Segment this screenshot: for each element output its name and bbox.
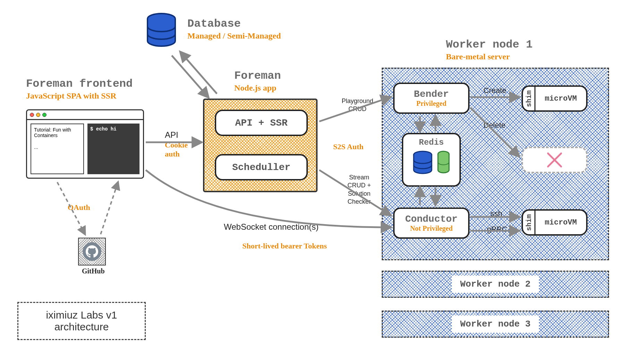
bender-box: Bender Privileged [393,83,470,114]
microvm-2-label: microVM [535,211,586,234]
redis-cylinder-icon [437,151,450,176]
redis-db-icon [412,151,433,176]
create-label: Create [483,86,506,95]
database-title: Database [187,17,241,30]
stream-crud-label: Stream CRUD + Solution Checker [342,173,377,206]
websocket-auth-label: Short-lived bearer Tokens [236,241,333,251]
foreman-scheduler-label: Scheduller [232,162,290,173]
worker1-subtitle: Bare-metal server [446,52,510,61]
playground-crud-label: Playground CRUD [337,97,378,113]
s2s-auth-label: S2S Auth [333,142,363,151]
ssh-label: ssh [490,209,502,218]
database-subtitle: Managed / Semi-Managed [187,31,281,41]
microvm-1: shim microVM [522,85,588,112]
maximize-dot-icon [42,113,47,117]
terminal-pane: $ echo hi [87,124,140,174]
minimize-dot-icon [36,113,40,117]
worker2-label: Worker node 2 [452,276,539,293]
api-auth-label: Cookie auth [165,141,200,159]
frontend-subtitle: JavaScript SPA with SSR [26,91,116,101]
svg-line-9 [101,182,118,234]
foreman-box: API + SSR Scheduller [203,99,318,192]
deleted-microvm [522,147,588,173]
github-box [78,238,106,265]
browser-window: Tutorial: Fun with Containers ... $ echo… [26,109,144,179]
grpc-label: gRPC [487,225,507,234]
worker1-title: Worker node 1 [446,38,533,51]
tutorial-title: Tutorial: Fun with Containers [34,127,81,138]
browser-titlebar [27,110,143,120]
foreman-scheduler: Scheduller [215,154,308,180]
github-icon [83,242,101,261]
redis-box: Redis [402,133,461,187]
conductor-role: Not Privileged [410,225,453,232]
caption-text: iximiuz Labs v1 architecture [18,309,145,333]
shim-1: shim [523,87,535,110]
frontend-title: Foreman frontend [26,77,133,90]
websocket-label: WebSocket connection(s) [224,222,319,232]
oauth-label: OAuth [68,203,90,212]
svg-line-6 [180,52,217,94]
conductor-box: Conductor Not Privileged [393,208,470,239]
x-icon [546,151,563,169]
shim-2-label: shim [525,214,533,231]
foreman-api-ssr: API + SSR [215,110,308,136]
api-label: API [165,130,178,140]
foreman-api-ssr-label: API + SSR [235,118,287,128]
database-icon [146,12,177,52]
svg-line-5 [172,56,208,97]
worker-node-2: Worker node 2 [382,271,609,298]
close-dot-icon [30,113,34,117]
bender-name: Bender [414,89,449,100]
tutorial-pane: Tutorial: Fun with Containers ... [31,124,84,174]
caption-box: iximiuz Labs v1 architecture [17,302,146,340]
worker-node-1: Bender Privileged Redis Conductor Not Pr… [382,68,609,260]
microvm-2: shim microVM [522,209,588,236]
bender-role: Privileged [416,100,447,108]
redis-icons [412,151,450,176]
conductor-name: Conductor [405,214,457,225]
worker-node-3: Worker node 3 [382,311,609,338]
microvm-1-label: microVM [535,87,586,110]
terminal-text: $ echo hi [90,126,117,132]
foreman-subtitle: Node.js app [234,83,276,93]
delete-label: Delete [483,121,506,130]
shim-1-label: shim [525,90,533,107]
github-label: GitHub [82,267,105,275]
foreman-title: Foreman [234,69,281,82]
tutorial-more: ... [34,144,81,150]
worker3-label: Worker node 3 [452,315,539,333]
redis-label: Redis [419,138,444,147]
shim-2: shim [523,211,535,234]
